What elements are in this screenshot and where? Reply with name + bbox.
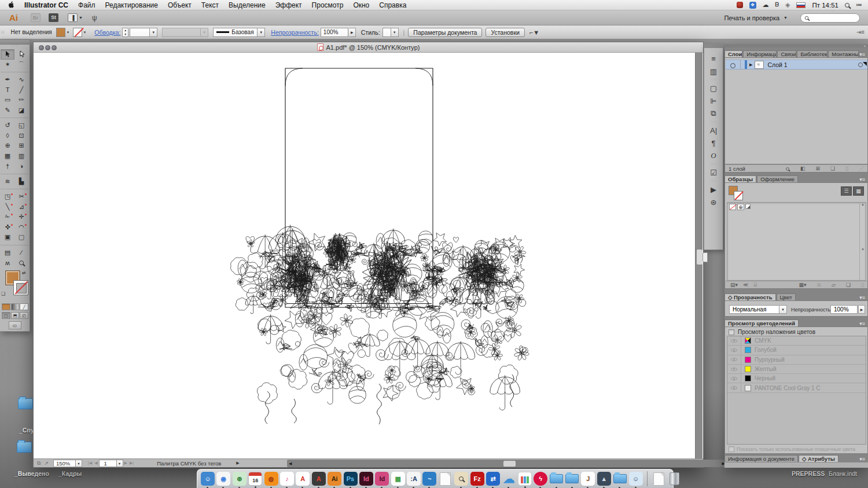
new-swatch-icon[interactable]: ❏ [846, 282, 851, 288]
status-text[interactable]: Палитра CMYK без тегов [157, 460, 221, 467]
plate-visibility-icon[interactable] [727, 336, 741, 345]
grid-view-button[interactable]: ▦ [853, 186, 864, 196]
dropbox-status-icon[interactable]: ◈ [785, 1, 790, 9]
tab-прозрачность[interactable]: ◇ Прозрачность [724, 293, 776, 300]
preferences-button[interactable]: Установки [486, 28, 524, 37]
desktop-folder-icon[interactable] [18, 398, 33, 409]
bounding-box-tool[interactable]: ▢ [14, 232, 28, 243]
dock-folder-2-icon[interactable] [565, 472, 579, 486]
swap-fill-stroke-icon[interactable]: ⇄ [22, 270, 26, 276]
fill-color-button[interactable] [56, 28, 65, 37]
close-window-button[interactable] [39, 45, 44, 50]
layer-expand-arrow[interactable]: ▶ [749, 63, 752, 67]
dock-textedit-icon[interactable] [439, 472, 453, 486]
touch-workspace-icon[interactable]: ψ [92, 14, 97, 22]
dock-preview-icon[interactable] [454, 472, 468, 486]
dock-firefox-icon[interactable]: ◍ [264, 472, 278, 486]
variable-width-combo[interactable]: ▼ [162, 28, 208, 37]
stroke-weight-combo[interactable]: ▼ [130, 28, 157, 37]
gradient-mode-button[interactable] [11, 303, 20, 310]
first-artboard-button[interactable]: |◀ [88, 461, 92, 465]
controlbar-menu-icon[interactable]: ⇥≡ [856, 29, 865, 35]
arc-tool[interactable]: ◠ [14, 222, 28, 233]
default-fill-stroke-icon[interactable]: ❏ [1, 291, 5, 296]
dock-safari-icon[interactable]: ◉ [216, 472, 230, 486]
menu-item-7[interactable]: Просмотр [312, 1, 344, 9]
dock-collapse-tab[interactable] [703, 252, 708, 262]
plate-visibility-icon[interactable] [727, 346, 741, 354]
swatch-kinds-icon[interactable]: ≪ [743, 282, 748, 288]
transparency-tabs-menu-icon[interactable]: ▾≡ [859, 295, 868, 300]
knife-tool[interactable]: ╲ [1, 202, 14, 212]
paragraph-panel-icon[interactable]: ¶ [704, 137, 723, 149]
artboard-canvas[interactable] [34, 53, 696, 459]
width-tool[interactable]: ◊ [1, 131, 14, 141]
menu-item-5[interactable]: Выделение [229, 1, 266, 9]
selection-plus-tool[interactable]: ✛ [14, 212, 28, 222]
overprint-preview-checkbox[interactable] [729, 329, 734, 335]
layer-name[interactable]: Слой 1 [767, 61, 787, 68]
opacity-link[interactable]: Непрозрачность: [271, 29, 319, 36]
workspace-switcher[interactable]: Печать и проверка▼ [724, 14, 788, 21]
swatches-scrollbar[interactable]: ▲▼ [859, 203, 866, 280]
desktop-label-kadry[interactable]: _Кадры [58, 470, 82, 477]
notification-center-icon[interactable]: ≔ [856, 1, 862, 9]
curvature-tool[interactable]: ∿ [14, 75, 28, 85]
eyedropper-tool[interactable]: † [1, 161, 14, 171]
menu-item-3[interactable]: Объект [168, 1, 192, 9]
dock-indesign-2-icon[interactable]: Id [375, 472, 389, 486]
shape-builder-tool[interactable]: ⊕ [1, 141, 14, 151]
tab-связи[interactable]: Связи [777, 50, 796, 57]
status-expand-button[interactable]: ▶ [236, 461, 239, 465]
eraser-tool[interactable]: ◪ [14, 105, 28, 116]
rotate-tool[interactable]: ↺ [1, 120, 14, 131]
stroke-color-button[interactable] [73, 28, 82, 37]
blend-tool[interactable]: ◑ [14, 161, 28, 171]
dock-photos-dark-icon[interactable]: ▲ [597, 472, 611, 486]
stroke-weight-stepper[interactable]: ▲▼ [122, 28, 128, 37]
zoom-tool[interactable] [14, 258, 28, 268]
zoom-window-button[interactable] [52, 45, 57, 50]
line-segment-tool[interactable]: ╱ [14, 85, 28, 96]
share-icon[interactable]: ↗ [44, 460, 49, 466]
desktop-label-blank[interactable]: Бланк.indt [829, 470, 857, 477]
locate-object-icon[interactable] [785, 166, 790, 171]
tab-просмотр-цветоделений[interactable]: Просмотр цветоделений [724, 320, 799, 326]
bottom-tabs-menu-icon[interactable]: ▾≡ [859, 456, 868, 462]
transparency-opacity-arrow[interactable]: ▶ [858, 305, 865, 314]
desktop-folder-label[interactable]: _Спу [19, 427, 33, 434]
stroke-swatch[interactable] [13, 280, 28, 295]
appbar-search-field[interactable] [800, 13, 860, 23]
tab-цвет[interactable]: Цвет [777, 293, 796, 300]
dock-user-avatar-icon[interactable]: ☺ [629, 472, 643, 486]
anchor-point-tool[interactable]: ✜ [1, 222, 14, 233]
scroll-left-arrow[interactable]: ◀ [289, 461, 292, 466]
dock-acrobat-reader-icon[interactable]: A [296, 472, 310, 486]
draw-normal-button[interactable]: ▢ [2, 312, 10, 319]
list-view-button[interactable]: ☰ [841, 186, 852, 196]
menu-item-6[interactable]: Эффект [275, 1, 302, 9]
dock-stuffit-doc-icon[interactable] [652, 472, 665, 486]
swatch-folded[interactable] [745, 204, 751, 209]
artboard-tool[interactable]: ◳ [1, 192, 14, 202]
perspective-grid-tool[interactable]: ⊞ [14, 141, 28, 151]
dock-cloud-app-icon[interactable]: ☁ [502, 472, 516, 486]
separation-row-3[interactable]: Пурпурный [727, 355, 866, 365]
kuler-panel-icon[interactable]: ⊛ [704, 196, 723, 208]
dock-folder-1-icon[interactable] [550, 472, 564, 486]
dock-photoshop-icon[interactable]: Ps [344, 472, 358, 486]
style-combo[interactable]: ▼ [382, 28, 399, 37]
opacity-combo[interactable]: 100% [321, 28, 348, 37]
zoom-level-combo[interactable]: 150%▼ [53, 460, 82, 467]
pathfinder-panel-icon[interactable]: ⧉ [704, 107, 723, 120]
dock-acrobat-pro-icon[interactable]: A [312, 472, 326, 486]
tab-информация[interactable]: Информация [743, 50, 777, 57]
separation-row-5[interactable]: Черный [727, 374, 866, 383]
minimize-window-button[interactable] [45, 45, 50, 50]
menubar-clock[interactable]: Пт 14:51 [812, 2, 838, 9]
tab-монтажные[interactable]: Монтажные [828, 50, 859, 57]
dock-illustrator-icon[interactable]: Ai [328, 472, 341, 486]
horizontal-scrollbar[interactable]: ◀ ▶ [287, 460, 727, 467]
plate-visibility-icon[interactable] [727, 355, 741, 364]
lasso-tool[interactable]: ⌒ [14, 60, 28, 70]
